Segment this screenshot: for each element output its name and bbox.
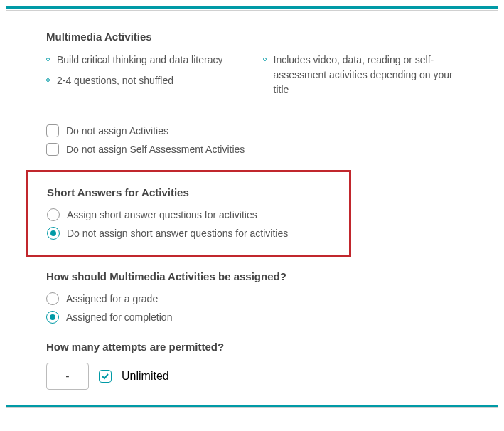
checkbox-unlimited[interactable] (99, 370, 112, 383)
unlimited-label: Unlimited (122, 370, 169, 383)
bullet-icon (46, 58, 50, 61)
multimedia-bullets: Build critical thinking and data literac… (46, 53, 458, 103)
bullet-text: Includes video, data, reading or self-as… (274, 53, 459, 97)
multimedia-title: Multimedia Activities (46, 31, 458, 43)
check-icon (101, 372, 109, 381)
radio-no-assign-short[interactable] (47, 227, 60, 240)
bullet-item: 2-4 questions, not shuffled (46, 73, 242, 88)
bullet-item: Build critical thinking and data literac… (46, 53, 242, 68)
bottom-accent-bar (6, 405, 498, 407)
radio-row-assign-short[interactable]: Assign short answer questions for activi… (47, 208, 331, 221)
bullet-icon (46, 78, 50, 82)
radio-label: Assign short answer questions for activi… (67, 209, 257, 220)
settings-panel: Multimedia Activities Build critical thi… (6, 10, 498, 408)
checkbox-row-no-self-assessment[interactable]: Do not assign Self Assessment Activities (46, 143, 458, 156)
bullet-text: 2-4 questions, not shuffled (57, 73, 173, 88)
radio-grade[interactable] (46, 292, 59, 305)
short-answers-title: Short Answers for Activities (47, 186, 331, 198)
bullet-text: Build critical thinking and data literac… (57, 53, 222, 68)
bullet-icon (263, 58, 267, 61)
checkbox-label: Do not assign Activities (66, 125, 168, 137)
radio-completion[interactable] (46, 311, 59, 324)
checkbox-label: Do not assign Self Assessment Activities (66, 144, 245, 155)
bullets-left-col: Build critical thinking and data literac… (46, 53, 242, 103)
radio-row-completion[interactable]: Assigned for completion (46, 311, 458, 324)
radio-row-no-assign-short[interactable]: Do not assign short answer questions for… (47, 227, 331, 240)
attempts-input[interactable] (46, 363, 89, 390)
bullet-item: Includes video, data, reading or self-as… (263, 53, 459, 97)
checkbox-no-activities[interactable] (46, 124, 59, 137)
checkbox-row-no-activities[interactable]: Do not assign Activities (46, 124, 458, 137)
radio-label: Do not assign short answer questions for… (67, 228, 288, 239)
checkbox-no-self-assessment[interactable] (46, 143, 59, 156)
radio-assign-short[interactable] (47, 208, 60, 221)
radio-label: Assigned for a grade (66, 293, 158, 304)
attempts-row: Unlimited (46, 363, 458, 390)
short-answers-highlight: Short Answers for Activities Assign shor… (26, 170, 351, 257)
bullets-right-col: Includes video, data, reading or self-as… (263, 53, 459, 103)
radio-label: Assigned for completion (66, 312, 172, 323)
radio-row-grade[interactable]: Assigned for a grade (46, 292, 458, 305)
how-assigned-title: How should Multimedia Activities be assi… (46, 270, 458, 282)
attempts-title: How many attempts are permitted? (46, 341, 458, 353)
top-accent-bar (6, 6, 498, 9)
